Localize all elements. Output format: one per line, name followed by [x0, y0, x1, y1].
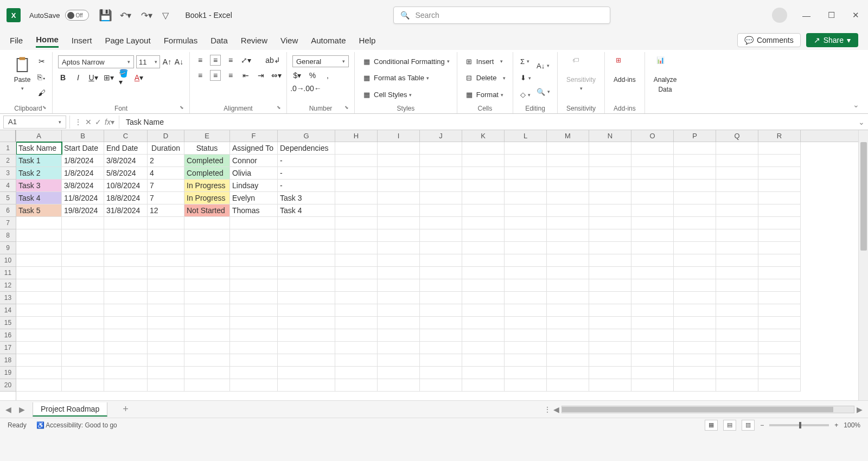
align-bottom-button[interactable]: ≡	[226, 55, 235, 65]
cell[interactable]	[62, 367, 104, 379]
row-header[interactable]: 8	[0, 229, 16, 242]
orientation-button[interactable]: ⤢▾	[241, 55, 251, 65]
cell[interactable]: Evelyn	[230, 192, 278, 204]
zoom-in-button[interactable]: +	[834, 421, 838, 429]
cell[interactable]	[420, 192, 462, 204]
cell[interactable]	[462, 229, 505, 242]
cell[interactable]	[674, 292, 716, 304]
cell[interactable]: Olivia	[230, 167, 278, 180]
cell[interactable]	[148, 367, 184, 379]
cell[interactable]	[420, 242, 462, 254]
cell[interactable]	[589, 167, 631, 180]
cell[interactable]	[148, 329, 184, 342]
cell[interactable]	[505, 142, 547, 155]
column-header[interactable]: N	[589, 130, 631, 142]
cell[interactable]	[758, 204, 801, 217]
zoom-slider[interactable]	[769, 424, 829, 426]
cell[interactable]	[278, 217, 335, 229]
cell[interactable]	[505, 217, 547, 229]
cell[interactable]	[184, 279, 230, 292]
cell[interactable]	[16, 267, 62, 279]
cell[interactable]	[16, 242, 62, 254]
column-header[interactable]: O	[631, 130, 674, 142]
align-top-button[interactable]: ≡	[195, 55, 205, 65]
cell[interactable]	[420, 180, 462, 192]
cell[interactable]	[505, 167, 547, 180]
cell[interactable]	[758, 354, 801, 367]
cell[interactable]	[462, 317, 505, 329]
cell[interactable]: Lindsay	[230, 180, 278, 192]
cell[interactable]	[631, 217, 674, 229]
increase-font-button[interactable]: A↑	[162, 57, 172, 67]
font-name-select[interactable]: Aptos Narrow▾	[58, 55, 134, 68]
maximize-button[interactable]: ☐	[826, 8, 837, 22]
cell[interactable]	[335, 292, 378, 304]
cell[interactable]	[420, 317, 462, 329]
cell[interactable]	[758, 329, 801, 342]
cell[interactable]	[378, 204, 420, 217]
cell[interactable]	[674, 367, 716, 379]
cell[interactable]	[148, 267, 184, 279]
column-header[interactable]: L	[505, 130, 547, 142]
cell[interactable]	[278, 354, 335, 367]
cell[interactable]	[462, 292, 505, 304]
cell[interactable]	[674, 167, 716, 180]
cell[interactable]: Task 3	[278, 192, 335, 204]
cell[interactable]	[674, 279, 716, 292]
insert-cells-button[interactable]: ⊞Insert ▾	[463, 56, 507, 67]
cell[interactable]	[674, 142, 716, 155]
cell[interactable]	[230, 292, 278, 304]
cell[interactable]	[335, 180, 378, 192]
tab-file[interactable]: File	[10, 34, 23, 47]
cell[interactable]	[230, 304, 278, 317]
cell[interactable]	[505, 180, 547, 192]
cancel-formula-button[interactable]: ✕	[85, 118, 92, 126]
cell[interactable]	[716, 180, 758, 192]
cell[interactable]	[16, 304, 62, 317]
cell[interactable]	[148, 292, 184, 304]
cell[interactable]	[104, 229, 148, 242]
cell[interactable]	[230, 317, 278, 329]
cell[interactable]	[420, 379, 462, 392]
cell[interactable]	[184, 367, 230, 379]
column-header[interactable]: E	[184, 130, 230, 142]
cell[interactable]: 2	[148, 155, 184, 167]
cell[interactable]	[230, 279, 278, 292]
cell[interactable]	[758, 379, 801, 392]
row-header[interactable]: 9	[0, 242, 16, 254]
cell[interactable]	[335, 367, 378, 379]
cell[interactable]: -	[278, 180, 335, 192]
cell[interactable]	[716, 329, 758, 342]
cell[interactable]	[104, 279, 148, 292]
column-header[interactable]: B	[62, 130, 104, 142]
cell[interactable]	[462, 217, 505, 229]
cell[interactable]	[716, 242, 758, 254]
cell[interactable]	[16, 317, 62, 329]
cell[interactable]	[631, 379, 674, 392]
cell[interactable]	[420, 367, 462, 379]
cell[interactable]	[674, 354, 716, 367]
cell[interactable]	[716, 254, 758, 267]
row-header[interactable]: 1	[0, 142, 16, 155]
cell[interactable]	[589, 192, 631, 204]
cell[interactable]	[547, 229, 589, 242]
cell[interactable]	[674, 192, 716, 204]
cell[interactable]	[278, 254, 335, 267]
column-header[interactable]: M	[547, 130, 589, 142]
cell[interactable]	[674, 242, 716, 254]
expand-formula-bar-button[interactable]: ⌄	[855, 118, 868, 126]
cell[interactable]	[758, 155, 801, 167]
cell[interactable]: Completed	[184, 155, 230, 167]
horizontal-scrollbar[interactable]	[561, 406, 854, 413]
cell[interactable]: 18/8/2024	[104, 192, 148, 204]
cell[interactable]	[148, 242, 184, 254]
cell[interactable]	[104, 242, 148, 254]
cell[interactable]	[378, 304, 420, 317]
cell[interactable]	[547, 292, 589, 304]
cell[interactable]	[62, 342, 104, 354]
hscroll-right-button[interactable]: ▶	[857, 405, 863, 414]
minimize-button[interactable]: —	[800, 9, 813, 22]
cell[interactable]	[335, 192, 378, 204]
decrease-decimal-button[interactable]: .00←	[308, 84, 317, 93]
cell[interactable]: Dependencies	[278, 142, 335, 155]
